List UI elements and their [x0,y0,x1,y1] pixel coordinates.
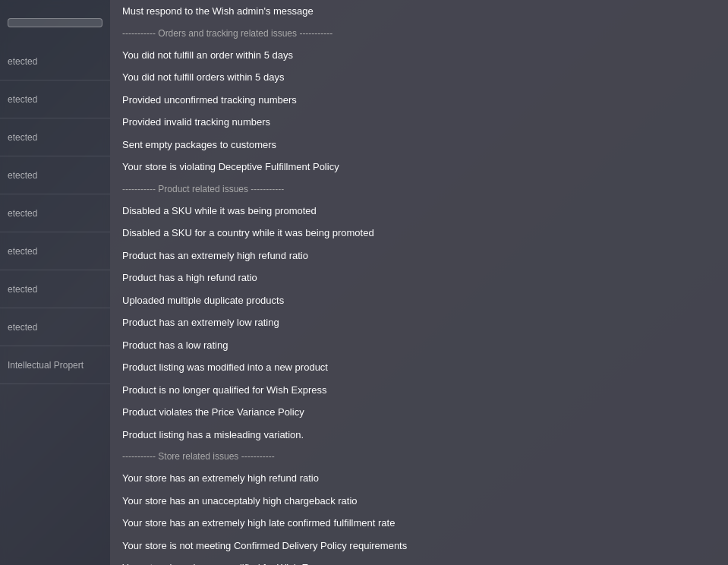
left-row-item: etected [0,156,110,194]
dropdown-item[interactable]: Your store is not meeting Confirmed Deli… [110,535,728,557]
left-row-item: etected [0,232,110,270]
dropdown-item[interactable]: Must respond to the Wish admin's message [110,0,728,23]
dropdown-item[interactable]: Provided unconfirmed tracking numbers [110,89,728,112]
dropdown-section-header: ----------- Store related issues -------… [110,446,728,467]
dropdown-item[interactable]: Your store has an unacceptably high char… [110,490,728,513]
left-row-item: etected [0,270,110,308]
dropdown-item[interactable]: Disabled a SKU for a country while it wa… [110,222,728,245]
dropdown-item[interactable]: Your store has an extremely high refund … [110,467,728,490]
dropdown-item[interactable]: Your store is no longer qualified for Wi… [110,557,728,565]
filter-button[interactable] [8,18,102,27]
left-row-item: etected [0,308,110,346]
dropdown-item[interactable]: You did not fulfill an order within 5 da… [110,44,728,67]
dropdown-panel[interactable]: Must respond to the Wish admin's message… [110,0,728,565]
left-panel: etectedetectedetectedetectedetectedetect… [0,0,110,565]
left-row-item: Intellectual Propert [0,346,110,384]
dropdown-item[interactable]: Disabled a SKU while it was being promot… [110,200,728,223]
left-row-item: etected [0,43,110,80]
dropdown-item[interactable]: Product is no longer qualified for Wish … [110,379,728,402]
dropdown-section-header: ----------- Orders and tracking related … [110,23,728,44]
dropdown-item[interactable]: You did not fulfill orders within 5 days [110,66,728,89]
left-row-item: etected [0,118,110,156]
dropdown-item[interactable]: Your store has an extremely high late co… [110,512,728,535]
dropdown-item[interactable]: Product listing was modified into a new … [110,356,728,379]
left-rows: etectedetectedetectedetectedetectedetect… [0,43,110,384]
dropdown-item[interactable]: Product has an extremely high refund rat… [110,245,728,267]
dropdown-item[interactable]: Product has an extremely low rating [110,311,728,334]
dropdown-item[interactable]: Provided invalid tracking numbers [110,111,728,134]
dropdown-item[interactable]: Product listing has a misleading variati… [110,424,728,447]
dropdown-item[interactable]: Uploaded multiple duplicate products [110,289,728,312]
left-row-item: etected [0,194,110,232]
dropdown-item[interactable]: Sent empty packages to customers [110,134,728,156]
dropdown-item[interactable]: Product has a low rating [110,334,728,357]
dropdown-item[interactable]: Product violates the Price Variance Poli… [110,401,728,424]
dropdown-item[interactable]: Your store is violating Deceptive Fulfil… [110,156,728,178]
dropdown-section-header: ----------- Product related issues -----… [110,178,728,200]
dropdown-item[interactable]: Product has a high refund ratio [110,267,728,289]
left-row-item: etected [0,80,110,118]
